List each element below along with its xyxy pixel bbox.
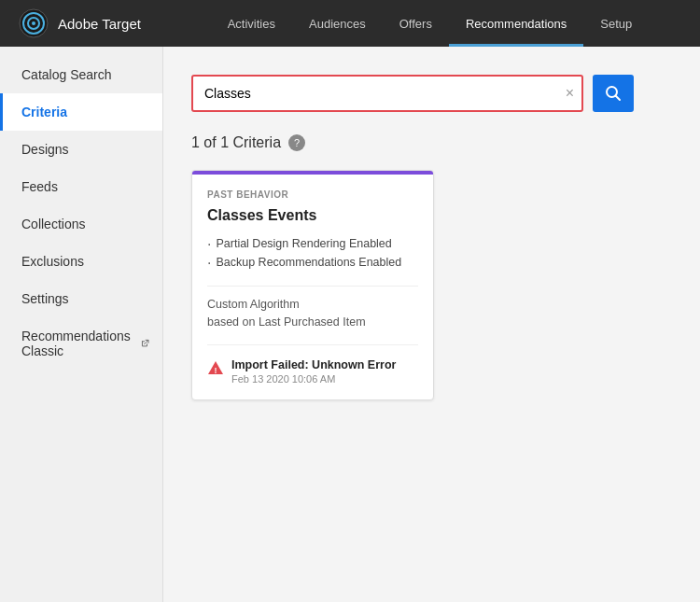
count-text: 1 of 1 Criteria (191, 134, 281, 151)
sidebar-item-settings[interactable]: Settings (0, 280, 162, 317)
bullet-1: Partial Design Rendering Enabled (207, 235, 418, 254)
app-name: Adobe Target (58, 16, 141, 32)
algo-line1: Custom Algorithm (207, 298, 300, 311)
nav-offers[interactable]: Offers (383, 0, 449, 47)
nav-activities[interactable]: Activities (211, 0, 292, 47)
external-link-icon (141, 338, 149, 349)
criteria-card: PAST BEHAVIOR Classes Events Partial Des… (191, 170, 434, 400)
error-warning-icon: ! (207, 359, 224, 376)
sidebar-label: Recommendations Classic (21, 329, 133, 358)
sidebar-item-criteria[interactable]: Criteria (0, 93, 162, 131)
sidebar-item-recommendations-classic[interactable]: Recommendations Classic (0, 317, 162, 370)
top-nav: Adobe Target Activities Audiences Offers… (0, 0, 700, 47)
nav-setup[interactable]: Setup (583, 0, 649, 47)
nav-links: Activities Audiences Offers Recommendati… (178, 0, 681, 47)
help-icon[interactable]: ? (288, 134, 305, 151)
sidebar-item-catalog-search[interactable]: Catalog Search (0, 56, 162, 93)
error-label: Import Failed: Unknown Error (231, 358, 396, 371)
card-algo: Custom Algorithm based on Last Purchased… (207, 296, 418, 331)
svg-line-5 (616, 96, 621, 101)
sidebar-label: Settings (21, 291, 69, 306)
sidebar-item-designs[interactable]: Designs (0, 131, 162, 168)
sidebar-label: Designs (21, 142, 69, 157)
search-clear-button[interactable]: × (566, 86, 574, 101)
card-category-label: PAST BEHAVIOR (207, 189, 418, 200)
search-button[interactable] (593, 75, 634, 112)
sidebar-label: Collections (21, 217, 85, 231)
sidebar-label: Criteria (21, 105, 67, 119)
main-layout: Catalog Search Criteria Designs Feeds Co… (0, 47, 700, 602)
search-input-wrapper: × (191, 75, 583, 112)
sidebar-item-collections[interactable]: Collections (0, 205, 162, 243)
sidebar-label: Feeds (21, 179, 58, 194)
nav-recommendations[interactable]: Recommendations (449, 0, 583, 47)
bullet-2: Backup Recommendations Enabled (207, 254, 418, 273)
card-title: Classes Events (207, 207, 418, 224)
algo-line2: based on Last Purchased Item (207, 315, 366, 329)
results-count: 1 of 1 Criteria ? (191, 134, 672, 151)
sidebar-item-exclusions[interactable]: Exclusions (0, 243, 162, 280)
main-content: × 1 of 1 Criteria ? PAST BEHAVIOR Classe… (163, 47, 700, 602)
search-bar-row: × (191, 75, 672, 112)
card-divider-2 (207, 344, 418, 345)
svg-text:!: ! (215, 365, 217, 374)
search-input[interactable] (191, 75, 583, 112)
card-divider (207, 286, 418, 287)
sidebar: Catalog Search Criteria Designs Feeds Co… (0, 47, 163, 602)
card-error: ! Import Failed: Unknown Error Feb 13 20… (207, 355, 418, 385)
adobe-target-logo-icon (19, 8, 49, 38)
sidebar-label: Catalog Search (21, 67, 112, 82)
app-logo: Adobe Target (19, 8, 141, 38)
card-bullets: Partial Design Rendering Enabled Backup … (207, 235, 418, 273)
svg-point-3 (32, 21, 35, 25)
sidebar-item-feeds[interactable]: Feeds (0, 168, 162, 205)
error-date: Feb 13 2020 10:06 AM (231, 373, 396, 385)
sidebar-label: Exclusions (21, 254, 84, 269)
nav-audiences[interactable]: Audiences (292, 0, 383, 47)
search-icon (605, 85, 622, 102)
error-text: Import Failed: Unknown Error Feb 13 2020… (231, 358, 396, 385)
card-body: PAST BEHAVIOR Classes Events Partial Des… (192, 175, 433, 399)
